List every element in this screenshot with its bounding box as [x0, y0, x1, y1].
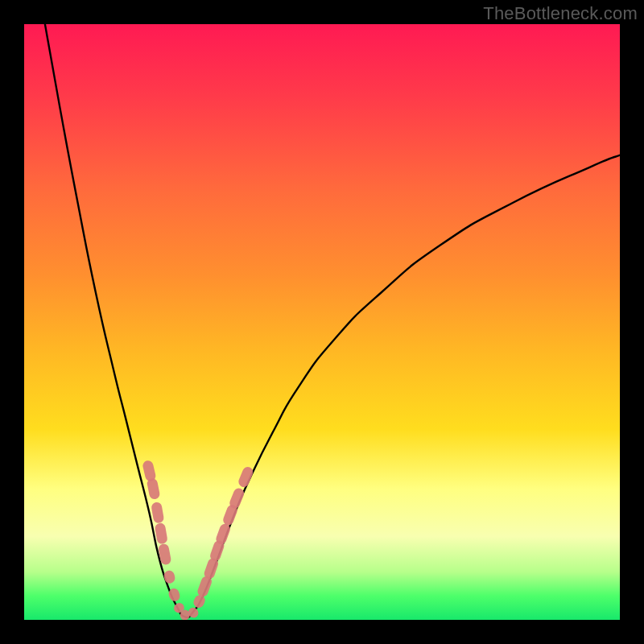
curve-layer — [24, 24, 620, 620]
plot-area — [24, 24, 620, 620]
curve-marker — [147, 477, 161, 500]
curve-marker — [237, 465, 254, 489]
watermark-text: TheBottleneck.com — [483, 3, 638, 24]
bottleneck-curve — [45, 24, 620, 617]
curve-marker — [163, 569, 175, 584]
curve-marker — [151, 502, 164, 524]
chart-frame — [24, 24, 620, 620]
curve-marker — [155, 522, 168, 545]
curve-markers — [142, 460, 254, 620]
